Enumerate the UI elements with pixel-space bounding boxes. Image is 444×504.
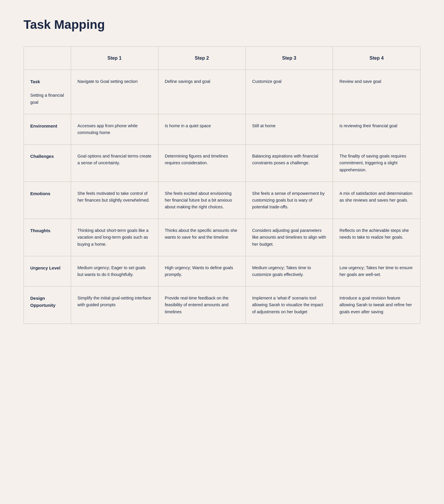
environment-step2: Is home in a quiet space bbox=[158, 114, 245, 144]
emotions-step4: A mix of satisfaction and determination … bbox=[333, 182, 420, 219]
row-label-design-opportunity: Design Opportunity bbox=[24, 287, 71, 324]
row-label-urgency: Urgency Level bbox=[24, 256, 71, 286]
page-title: Task Mapping bbox=[24, 18, 420, 32]
emotions-step3: She feels a sense of empowerment by cust… bbox=[246, 182, 333, 219]
challenges-step4: The finality of saving goals requires co… bbox=[333, 145, 420, 182]
environment-step4: is reviewing their financial goal bbox=[333, 114, 420, 144]
emotions-step2: She feels excited about envisioning her … bbox=[158, 182, 245, 219]
header-step3: Step 3 bbox=[246, 47, 333, 70]
table-row: Urgency Level Medium urgency; Eager to s… bbox=[24, 256, 420, 286]
table-row: Design Opportunity Simplify the initial … bbox=[24, 287, 420, 324]
header-label-col bbox=[24, 47, 71, 70]
environment-step1: Accesses app from phone while commuting … bbox=[71, 114, 158, 144]
task-step4: Review and save goal bbox=[333, 70, 420, 114]
environment-step3: Still at home bbox=[246, 114, 333, 144]
task-mapping-table: Step 1 Step 2 Step 3 Step 4 Task Setting… bbox=[24, 46, 420, 324]
table-row: Task Setting a financial goal Navigate t… bbox=[24, 70, 420, 114]
urgency-step2: High urgency; Wants to define goals prom… bbox=[158, 256, 245, 286]
task-step2: Define savings and goal bbox=[158, 70, 245, 114]
task-step3: Customize goal bbox=[246, 70, 333, 114]
task-step1: Navigate to Goal setting section bbox=[71, 70, 158, 114]
table-row: Thoughts Thinking about short-term goals… bbox=[24, 219, 420, 256]
table-row: Environment Accesses app from phone whil… bbox=[24, 114, 420, 144]
thoughts-step3: Considers adjusting goal parameters like… bbox=[246, 219, 333, 256]
table-row: Emotions She feels motivated to take con… bbox=[24, 182, 420, 219]
row-label-thoughts: Thoughts bbox=[24, 219, 71, 256]
header-step1: Step 1 bbox=[71, 47, 158, 70]
design-step1: Simplify the initial goal-setting interf… bbox=[71, 287, 158, 324]
challenges-step3: Balancing aspirations with financial con… bbox=[246, 145, 333, 182]
emotions-step1: She feels motivated to take control of h… bbox=[71, 182, 158, 219]
row-label-task: Task Setting a financial goal bbox=[24, 70, 71, 114]
design-step4: Introduce a goal revision feature allowi… bbox=[333, 287, 420, 324]
header-step2: Step 2 bbox=[158, 47, 245, 70]
design-step2: Provide real-time feedback on the feasib… bbox=[158, 287, 245, 324]
design-step3: Implement a 'what-if' scenario tool allo… bbox=[246, 287, 333, 324]
challenges-step1: Goal options and financial terms create … bbox=[71, 145, 158, 182]
urgency-step4: Low urgency; Takes her time to ensure he… bbox=[333, 256, 420, 286]
thoughts-step2: Thinks about the specific amounts she wa… bbox=[158, 219, 245, 256]
challenges-step2: Determining figures and timelines requir… bbox=[158, 145, 245, 182]
urgency-step3: Medium urgency; Takes time to customize … bbox=[246, 256, 333, 286]
table-row: Challenges Goal options and financial te… bbox=[24, 145, 420, 182]
table-header-row: Step 1 Step 2 Step 3 Step 4 bbox=[24, 47, 420, 70]
thoughts-step4: Reflects on the achievable steps she nee… bbox=[333, 219, 420, 256]
row-label-environment: Environment bbox=[24, 114, 71, 144]
urgency-step1: Medium urgency; Eager to set goals but w… bbox=[71, 256, 158, 286]
row-label-emotions: Emotions bbox=[24, 182, 71, 219]
thoughts-step1: Thinking about short-term goals like a v… bbox=[71, 219, 158, 256]
header-step4: Step 4 bbox=[333, 47, 420, 70]
row-label-challenges: Challenges bbox=[24, 145, 71, 182]
